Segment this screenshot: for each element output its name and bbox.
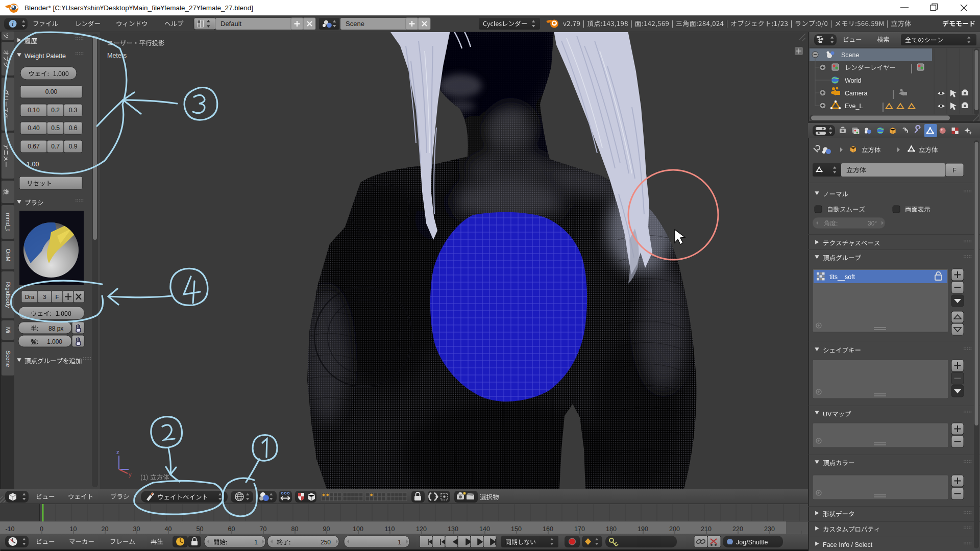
svg-text:0.9: 0.9: [69, 143, 78, 150]
svg-text:1: 1: [254, 539, 258, 546]
svg-text:Face Info / Select: Face Info / Select: [823, 541, 873, 548]
svg-text:y: y: [129, 471, 132, 478]
svg-text:Default: Default: [220, 20, 242, 28]
svg-text:0.6: 0.6: [69, 124, 78, 132]
svg-text:250: 250: [321, 539, 331, 546]
svg-text:88 px: 88 px: [48, 325, 63, 332]
svg-text:Jog/Shuttle: Jog/Shuttle: [736, 539, 768, 546]
svg-text:0.10: 0.10: [28, 107, 40, 114]
svg-text:Camera: Camera: [845, 90, 868, 97]
svg-text:Blender* [C:¥Users¥shin¥Deskto: Blender* [C:¥Users¥shin¥Desktop¥Main_fil…: [24, 4, 253, 12]
svg-text:Scene: Scene: [5, 350, 11, 367]
svg-text:3: 3: [43, 294, 46, 300]
svg-text:0.2: 0.2: [51, 107, 60, 114]
svg-text:1: 1: [398, 539, 401, 546]
svg-text:Scene: Scene: [841, 52, 859, 59]
svg-text:0.40: 0.40: [28, 124, 40, 132]
svg-text:Dra: Dra: [25, 294, 35, 300]
svg-text:UV: UV: [823, 411, 832, 418]
svg-text:F: F: [952, 167, 957, 174]
svg-text:Eve_L: Eve_L: [845, 103, 863, 110]
svg-text:0.5: 0.5: [51, 124, 60, 132]
svg-text:tits__soft: tits__soft: [829, 273, 855, 281]
svg-text:0.3: 0.3: [69, 107, 78, 114]
svg-text:F: F: [55, 294, 59, 300]
svg-text:OnM: OnM: [5, 249, 11, 262]
svg-text:Scene: Scene: [346, 20, 364, 28]
svg-text:30°: 30°: [868, 220, 877, 227]
svg-text:0.7: 0.7: [51, 143, 60, 150]
svg-text:0.67: 0.67: [28, 143, 40, 150]
svg-text:0.00: 0.00: [45, 88, 58, 95]
svg-text:-10: -10: [5, 525, 14, 533]
svg-text:1.000: 1.000: [47, 338, 62, 345]
svg-text:World: World: [845, 77, 861, 84]
svg-text:Weight Palette: Weight Palette: [24, 53, 66, 60]
svg-text:Mi: Mi: [5, 327, 11, 333]
svg-text:z: z: [116, 449, 119, 455]
svg-text:mmd_t: mmd_t: [5, 213, 11, 231]
